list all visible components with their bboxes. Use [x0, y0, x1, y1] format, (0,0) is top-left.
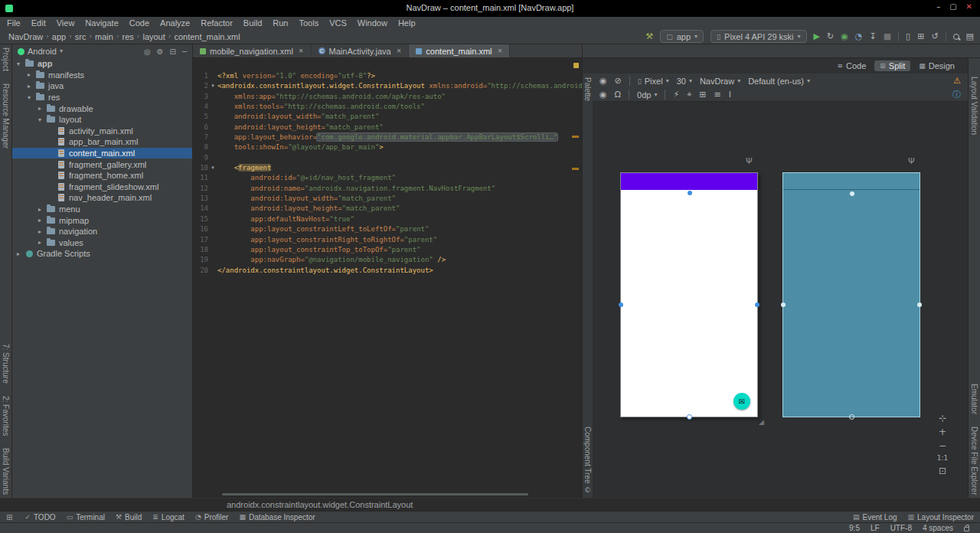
build-hammer-icon[interactable]: ⚒ — [645, 32, 653, 41]
status-4-spaces[interactable]: 4 spaces — [923, 524, 953, 532]
resize-handle-icon[interactable]: ◢ — [759, 418, 764, 426]
tree-item-fragment-slideshow-xml[interactable]: fragment_slideshow.xml — [12, 181, 192, 193]
tool-strip-build-variants[interactable]: Build Variants — [2, 448, 10, 495]
breadcrumb-layout[interactable]: layout — [140, 32, 167, 41]
tool-strip-emulator[interactable]: Emulator — [970, 384, 978, 414]
breadcrumb[interactable]: androidx.constraintlayout.widget.Constra… — [227, 500, 413, 509]
design-blueprint-toggle-icon[interactable]: ◉ — [599, 77, 607, 85]
tree-item-drawable[interactable]: ▸drawable — [12, 103, 192, 114]
app-bar-blueprint[interactable] — [783, 173, 920, 190]
zoom-in-button[interactable]: + — [939, 427, 946, 437]
avd-manager-icon[interactable]: ⊞ — [917, 32, 924, 41]
tree-item-app-bar-main-xml[interactable]: app_bar_main.xml — [12, 136, 192, 148]
zoom-out-button[interactable]: − — [939, 441, 946, 450]
tree-item-java[interactable]: ▸java — [12, 80, 192, 92]
constraint-handle-bottom[interactable] — [687, 414, 692, 420]
component-tree-tab[interactable]: Component Tree — [583, 427, 592, 484]
breadcrumb-content-main-xml[interactable]: content_main.xml — [172, 32, 242, 41]
close-icon[interactable]: ✕ — [299, 48, 304, 54]
info-icon[interactable]: ⓘ — [952, 89, 961, 100]
api-level-picker[interactable]: 30▾ — [677, 77, 692, 86]
code-editor[interactable]: 1<?xml version="1.0" encoding="utf-8"?>2… — [193, 58, 582, 498]
constraint-handle-left[interactable] — [781, 302, 786, 307]
debug-button[interactable]: ◉ — [841, 32, 848, 41]
tree-item-nav-header-main-xml[interactable]: nav_header_main.xml — [12, 192, 192, 204]
constraint-handle-top[interactable] — [688, 191, 692, 195]
constraint-handle-top[interactable] — [850, 191, 854, 196]
tool-strip-device-file-explorer[interactable]: Device File Explorer — [970, 427, 978, 495]
toolwindow-layout-inspector[interactable]: ▥Layout Inspector — [908, 513, 974, 522]
menu-view[interactable]: View — [51, 18, 80, 28]
menu-file[interactable]: File — [2, 18, 26, 28]
theme-picker[interactable]: NavDraw▾ — [700, 77, 740, 86]
constraint-handle-right[interactable] — [917, 302, 922, 307]
breadcrumb-src[interactable]: src — [73, 32, 89, 41]
menu-code[interactable]: Code — [124, 18, 155, 28]
warning-icon[interactable]: ⚠ — [953, 76, 961, 86]
apply-changes-icon[interactable]: ↻ — [827, 32, 834, 41]
profiler-button[interactable]: ◔ — [855, 32, 863, 41]
menu-refactor[interactable]: Refactor — [195, 18, 238, 28]
menu-vcs[interactable]: VCS — [324, 18, 352, 28]
close-icon[interactable]: ✕ — [498, 48, 503, 54]
settings-icon[interactable]: ⚙ — [157, 47, 164, 56]
minimize-button[interactable]: – — [936, 3, 940, 11]
pan-icon[interactable]: ⊹ — [939, 414, 946, 423]
component-tree-root-icon[interactable]: © — [584, 487, 591, 494]
inspection-status-icon[interactable] — [573, 63, 579, 68]
run-configuration-select[interactable]: ▢app▾ — [660, 30, 704, 43]
mode-split[interactable]: ⊞Split — [874, 60, 910, 71]
gradle-sync-icon[interactable]: ↺ — [931, 32, 938, 41]
tool-strip-7-structure[interactable]: 7: Structure — [2, 344, 10, 384]
zoom-level-label[interactable]: 1:1 — [937, 455, 948, 462]
menu-run[interactable]: Run — [267, 18, 293, 28]
stop-button[interactable]: ■ — [884, 32, 891, 41]
hide-panel-icon[interactable]: ─ — [182, 47, 187, 56]
horizontal-scrollbar[interactable] — [222, 493, 528, 495]
search-button[interactable] — [953, 34, 959, 40]
toolwindow-build[interactable]: ⚒Build — [116, 513, 142, 522]
fab-button-preview[interactable]: ✉ — [733, 393, 750, 410]
attach-debugger-icon[interactable]: ↧ — [869, 32, 876, 41]
mode-design[interactable]: ▦Design — [913, 60, 960, 71]
run-button[interactable]: ▶ — [814, 32, 820, 41]
menu-help[interactable]: Help — [393, 18, 421, 28]
tool-strip-resource-manager[interactable]: Resource Manager — [2, 83, 10, 149]
toolwindow-terminal[interactable]: ▭Terminal — [67, 513, 105, 522]
design-view-phone[interactable]: ✉ — [620, 172, 758, 417]
tree-item-mipmap[interactable]: ▸mipmap — [12, 214, 192, 226]
tree-item-values[interactable]: ▸values — [12, 237, 192, 249]
align-controls-icon[interactable]: ≡ — [714, 90, 721, 99]
toolwindow-event-log[interactable]: ▤Event Log — [853, 513, 897, 522]
menu-build[interactable]: Build — [238, 18, 267, 28]
device-picker[interactable]: ▯Pixel▾ — [638, 77, 669, 86]
constraint-handle-left[interactable] — [619, 302, 623, 307]
tree-item-menu[interactable]: ▸menu — [12, 204, 192, 215]
guidelines-icon[interactable]: I — [729, 90, 731, 99]
breadcrumb-app[interactable]: app — [50, 32, 68, 41]
tool-strip-project[interactable]: Project — [2, 47, 10, 71]
breadcrumb-res[interactable]: res — [120, 32, 136, 41]
constraint-handle-bottom[interactable] — [849, 414, 854, 420]
collapse-all-icon[interactable]: ⊟ — [170, 47, 176, 56]
tree-item-res[interactable]: ▾res — [12, 92, 192, 103]
app-bar-preview[interactable] — [621, 173, 757, 190]
close-button[interactable]: ✕ — [966, 3, 972, 11]
toolwindow-todo[interactable]: ✓TODO — [24, 513, 55, 522]
autoconnect-magnet-icon[interactable]: Ω — [615, 90, 621, 99]
layout-inspector-toolbar-icon[interactable]: ▤ — [966, 32, 974, 41]
default-margins-picker[interactable]: 0dp▾ — [637, 90, 657, 100]
tree-item-manifests[interactable]: ▸manifests — [12, 70, 192, 81]
mode-code[interactable]: ≡Code — [831, 60, 871, 71]
status-lf[interactable]: LF — [871, 524, 880, 532]
status-utf-8[interactable]: UTF-8 — [890, 524, 912, 532]
tree-item-fragment-gallery-xml[interactable]: fragment_gallery.xml — [12, 159, 192, 170]
blueprint-view-phone[interactable] — [782, 172, 920, 417]
tree-item-content-main-xml[interactable]: content_main.xml — [12, 148, 192, 159]
toolwindow-database-inspector[interactable]: ▦Database Inspector — [239, 513, 315, 522]
status-9-5[interactable]: 9:5 — [849, 524, 860, 532]
maximize-button[interactable]: ▢ — [949, 3, 956, 11]
toolwindow-profiler[interactable]: ◔Profiler — [195, 513, 229, 522]
tree-item-fragment-home-xml[interactable]: fragment_home.xml — [12, 170, 192, 181]
tool-window-switcher-icon[interactable]: ⊞ — [6, 513, 12, 522]
